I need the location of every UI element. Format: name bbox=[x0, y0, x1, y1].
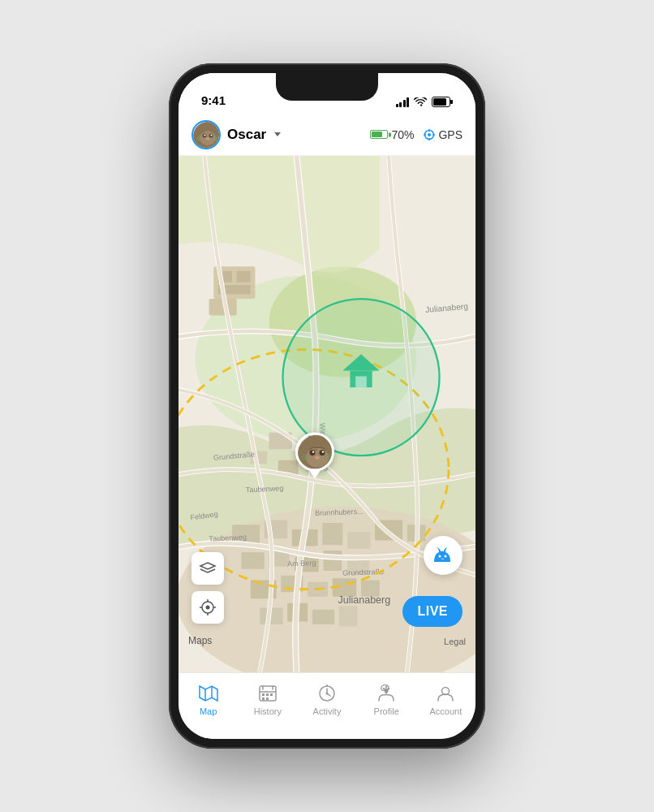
svg-point-93 bbox=[439, 555, 441, 558]
status-time: 9:41 bbox=[201, 93, 226, 107]
battery-status: 70% bbox=[370, 128, 414, 141]
layers-button[interactable] bbox=[191, 552, 224, 585]
svg-rect-42 bbox=[347, 532, 370, 548]
header-status: 70% GPS bbox=[370, 128, 463, 141]
gps-label: GPS bbox=[438, 128, 463, 141]
svg-rect-48 bbox=[323, 551, 342, 571]
pet-location-pin[interactable] bbox=[295, 432, 334, 478]
gps-status: GPS bbox=[424, 128, 463, 141]
nav-item-activity[interactable]: Activity bbox=[297, 680, 356, 719]
svg-point-77 bbox=[320, 450, 325, 456]
nav-item-profile[interactable]: Profile bbox=[357, 680, 416, 719]
pet-selector[interactable]: Oscar bbox=[191, 120, 281, 149]
svg-rect-73 bbox=[355, 376, 367, 387]
svg-rect-104 bbox=[262, 698, 265, 700]
nav-item-map[interactable]: Map bbox=[179, 680, 238, 719]
notch bbox=[276, 73, 378, 101]
cat-silhouette-icon bbox=[431, 546, 455, 565]
svg-rect-105 bbox=[266, 698, 269, 700]
nav-icon-activity bbox=[316, 683, 338, 704]
nav-label-account: Account bbox=[430, 706, 463, 716]
svg-text:Am Berg: Am Berg bbox=[287, 559, 316, 568]
svg-point-114 bbox=[385, 689, 389, 693]
svg-point-115 bbox=[442, 688, 450, 695]
phone-frame: 9:41 bbox=[169, 63, 485, 749]
svg-rect-57 bbox=[312, 610, 334, 624]
nav-icon-account bbox=[435, 683, 456, 704]
battery-level-icon bbox=[370, 130, 388, 139]
legal-label: Legal bbox=[444, 637, 466, 646]
pet-avatar bbox=[191, 120, 221, 149]
svg-rect-101 bbox=[262, 693, 265, 696]
nav-label-map: Map bbox=[200, 706, 217, 716]
map-controls bbox=[191, 552, 224, 624]
svg-point-9 bbox=[206, 137, 210, 140]
nav-label-profile: Profile bbox=[374, 706, 399, 716]
svg-rect-58 bbox=[339, 606, 358, 626]
svg-point-88 bbox=[206, 606, 210, 610]
svg-rect-103 bbox=[270, 693, 273, 696]
map-area[interactable]: Julianaberg Wimmerstraße Grundstraße Tau… bbox=[179, 156, 475, 672]
svg-point-113 bbox=[385, 686, 387, 688]
layers-icon bbox=[199, 559, 217, 577]
nav-label-activity: Activity bbox=[313, 706, 342, 716]
svg-point-112 bbox=[388, 688, 389, 689]
status-icons bbox=[396, 97, 454, 107]
nav-icon-profile bbox=[376, 683, 397, 704]
svg-rect-30 bbox=[237, 271, 251, 283]
maps-label: Maps bbox=[188, 635, 212, 646]
header: Oscar 70% bbox=[179, 114, 475, 156]
nav-item-account[interactable]: Account bbox=[416, 680, 475, 719]
battery-icon bbox=[432, 97, 453, 107]
chevron-down-icon bbox=[274, 132, 281, 136]
svg-text:Brunnhubers...: Brunnhubers... bbox=[315, 508, 364, 517]
nav-label-history: History bbox=[254, 706, 282, 716]
svg-text:Julianaberg: Julianaberg bbox=[338, 594, 391, 606]
nav-item-history[interactable]: History bbox=[238, 680, 297, 719]
svg-rect-45 bbox=[241, 552, 264, 568]
svg-point-8 bbox=[211, 134, 213, 136]
live-button[interactable]: LIVE bbox=[402, 596, 463, 627]
location-icon bbox=[200, 599, 216, 615]
nav-icon-history bbox=[257, 683, 278, 704]
phone-screen: 9:41 bbox=[179, 73, 475, 739]
svg-point-111 bbox=[383, 688, 385, 689]
gps-icon bbox=[424, 129, 435, 140]
signal-icon bbox=[396, 97, 410, 107]
svg-rect-102 bbox=[266, 693, 269, 696]
battery-fill bbox=[372, 132, 382, 137]
svg-point-110 bbox=[326, 693, 329, 695]
svg-point-19 bbox=[428, 133, 431, 136]
svg-point-94 bbox=[445, 555, 447, 558]
wifi-icon bbox=[414, 97, 427, 107]
cat-tracking-button[interactable] bbox=[424, 536, 463, 575]
location-button[interactable] bbox=[191, 591, 224, 624]
svg-point-80 bbox=[315, 456, 320, 459]
nav-icon-map bbox=[198, 683, 219, 704]
svg-point-79 bbox=[322, 451, 324, 452]
svg-rect-41 bbox=[322, 523, 342, 545]
battery-percent: 70% bbox=[391, 128, 414, 141]
bottom-nav: Map History bbox=[179, 672, 475, 739]
svg-rect-2 bbox=[433, 98, 446, 106]
pet-name: Oscar bbox=[227, 127, 266, 143]
svg-point-7 bbox=[204, 134, 206, 136]
svg-rect-1 bbox=[450, 100, 453, 104]
